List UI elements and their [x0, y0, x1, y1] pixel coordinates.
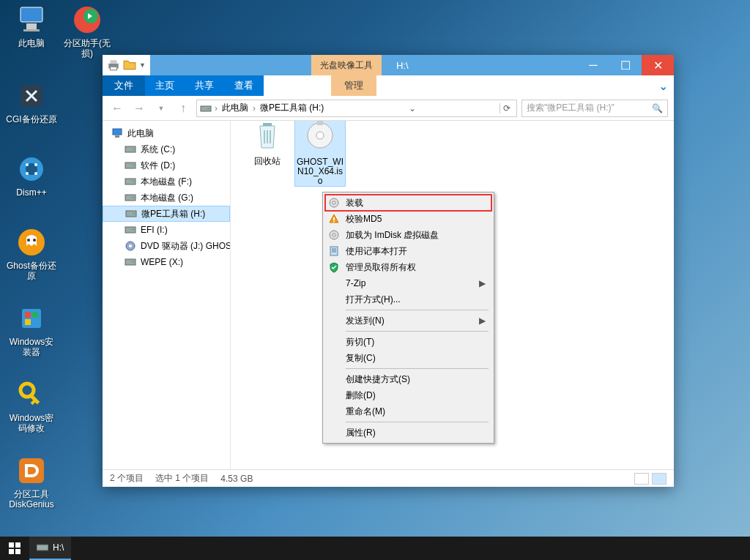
svg-rect-18	[25, 319, 31, 325]
address-dropdown-icon[interactable]: ⌄	[406, 103, 419, 113]
tree-node-label: WEPE (X:)	[141, 257, 183, 267]
context-menu-item[interactable]: 发送到(N)▶	[325, 313, 491, 329]
context-menu-separator	[346, 422, 489, 422]
refresh-icon[interactable]: ⟳	[500, 103, 513, 113]
tree-node-drive[interactable]: 软件 (D:)	[103, 157, 230, 173]
search-icon[interactable]: 🔍	[652, 103, 663, 113]
context-menu-label: 剪切(T)	[346, 336, 374, 348]
svg-rect-47	[263, 123, 272, 126]
svg-rect-34	[132, 165, 134, 165]
svg-point-49	[316, 132, 324, 139]
context-tab-disc-tools[interactable]: 光盘映像工具	[311, 55, 382, 75]
chevron-right-icon[interactable]: ›	[253, 103, 256, 113]
context-menu-item[interactable]: 创建快捷方式(S)	[325, 371, 491, 387]
ribbon-tab-home[interactable]: 主页	[145, 75, 185, 96]
taskbar-item-label: H:\	[53, 542, 64, 553]
context-menu-item[interactable]: 加载为 ImDisk 虚拟磁盘	[325, 227, 491, 243]
file-item-recycle[interactable]: 回收站	[242, 121, 293, 166]
context-menu-item[interactable]: 复制(C)	[325, 350, 491, 366]
hdd-icon	[125, 160, 136, 171]
ribbon-tab-view[interactable]: 查看	[224, 75, 264, 96]
chevron-right-icon[interactable]: ›	[215, 103, 218, 113]
forward-button[interactable]: →	[130, 100, 148, 117]
desktop-icon-pa[interactable]: 分区助手(无损)	[62, 4, 113, 59]
recent-dropdown-icon[interactable]: ▼	[152, 100, 170, 117]
tree-node-drive[interactable]: DVD 驱动器 (J:) GHOST	[103, 238, 230, 254]
context-menu-label: 7-Zip	[346, 278, 365, 288]
context-menu-label: 发送到(N)	[346, 315, 385, 327]
context-menu-separator	[346, 310, 489, 310]
context-menu-label: 加载为 ImDisk 虚拟磁盘	[346, 229, 439, 242]
svg-rect-40	[133, 213, 135, 214]
maximize-button[interactable]: ☐	[609, 55, 642, 75]
desktop-icon-dg[interactable]: 分区工具DiskGenius	[6, 455, 57, 509]
file-label: GHOST_WIN10_X64.iso	[295, 157, 345, 186]
tree-root-this-pc[interactable]: 此电脑	[103, 125, 230, 141]
folder-icon[interactable]	[123, 59, 136, 72]
context-menu-item[interactable]: 装载	[325, 195, 491, 211]
desktop-icon-winst[interactable]: Windows安装器	[6, 303, 57, 357]
tree-node-drive[interactable]: 系统 (C:)	[103, 141, 230, 157]
file-label: 回收站	[242, 157, 293, 166]
hdd-icon	[125, 193, 136, 203]
context-menu-item[interactable]: 使用记事本打开	[325, 243, 491, 259]
context-menu-item[interactable]: 属性(R)	[325, 425, 491, 441]
context-menu-item[interactable]: 7-Zip▶	[325, 275, 491, 291]
context-menu-item[interactable]: 删除(D)	[325, 387, 491, 403]
breadcrumb-root[interactable]: 此电脑	[220, 102, 250, 114]
view-details-icon[interactable]	[634, 473, 649, 485]
start-button[interactable]	[0, 537, 29, 560]
desktop-icon-cgi[interactable]: CGI备份还原	[6, 81, 57, 124]
tree-node-label: 系统 (C:)	[141, 143, 175, 156]
pc-icon	[111, 128, 123, 138]
svg-rect-58	[9, 542, 14, 548]
desktop-icon-pc[interactable]: 此电脑	[6, 4, 57, 48]
view-grid-icon[interactable]	[652, 473, 667, 485]
desktop-icon-ghost[interactable]: Ghost备份还原	[6, 227, 57, 281]
tree-node-drive[interactable]: 微PE工具箱 (H:)	[103, 206, 230, 222]
search-input[interactable]: 搜索"微PE工具箱 (H:)" 🔍	[521, 100, 668, 117]
tree-node-drive[interactable]: 本地磁盘 (G:)	[103, 190, 230, 206]
taskbar-item-explorer[interactable]: H:\	[29, 537, 71, 560]
context-menu-item[interactable]: 重命名(M)	[325, 403, 491, 419]
tree-node-drive[interactable]: 本地磁盘 (F:)	[103, 173, 230, 190]
desktop-icon-label: Ghost备份还原	[6, 261, 57, 281]
tree-node-drive[interactable]: WEPE (X:)	[103, 254, 230, 270]
hdd-icon	[125, 209, 137, 219]
tree-node-drive[interactable]: EFI (I:)	[103, 222, 230, 238]
context-menu-label: 创建快捷方式(S)	[346, 373, 410, 386]
svg-point-56	[333, 234, 335, 236]
desktop-icon-key[interactable]: Windows密码修改	[6, 379, 57, 433]
svg-rect-50	[317, 121, 323, 125]
tree-root-label: 此电脑	[127, 127, 154, 140]
back-button[interactable]: ←	[108, 100, 126, 117]
context-menu-label: 使用记事本打开	[346, 245, 407, 258]
svg-point-9	[34, 163, 37, 166]
minimize-button[interactable]: ─	[577, 55, 609, 75]
submenu-arrow-icon: ▶	[479, 316, 486, 326]
svg-point-13	[27, 239, 30, 242]
context-menu-item[interactable]: 校验MD5	[325, 211, 491, 227]
svg-rect-17	[32, 312, 38, 318]
context-menu-item[interactable]: 打开方式(H)...	[325, 291, 491, 307]
breadcrumb-current[interactable]: 微PE工具箱 (H:)	[259, 102, 325, 114]
svg-rect-15	[22, 309, 41, 328]
up-button[interactable]: ↑	[174, 100, 192, 117]
dvd-icon	[125, 241, 136, 251]
file-menu[interactable]: 文件	[103, 75, 145, 96]
svg-point-8	[26, 163, 29, 166]
ribbon-expand-icon[interactable]: ⌄	[652, 75, 674, 96]
desktop-icon-dism[interactable]: Dism++	[6, 154, 57, 198]
file-item-iso[interactable]: GHOST_WIN10_X64.iso	[294, 121, 346, 187]
qat-dropdown-icon[interactable]: ▼	[139, 61, 146, 69]
dism-icon	[16, 154, 47, 184]
svg-rect-16	[25, 312, 31, 318]
navigation-bar: ← → ▼ ↑ › 此电脑 › 微PE工具箱 (H:) ⌄ ⟳ 搜索"微PE工具…	[103, 96, 674, 121]
context-menu-item[interactable]: 管理员取得所有权	[325, 259, 491, 275]
ribbon-tab-manage[interactable]: 管理	[331, 75, 376, 96]
close-button[interactable]: ✕	[642, 55, 674, 75]
context-menu-item[interactable]: 剪切(T)	[325, 334, 491, 350]
ribbon-tab-share[interactable]: 共享	[185, 75, 224, 96]
address-bar[interactable]: › 此电脑 › 微PE工具箱 (H:) ⌄ ⟳	[196, 100, 517, 117]
tree-node-label: EFI (I:)	[141, 225, 168, 235]
